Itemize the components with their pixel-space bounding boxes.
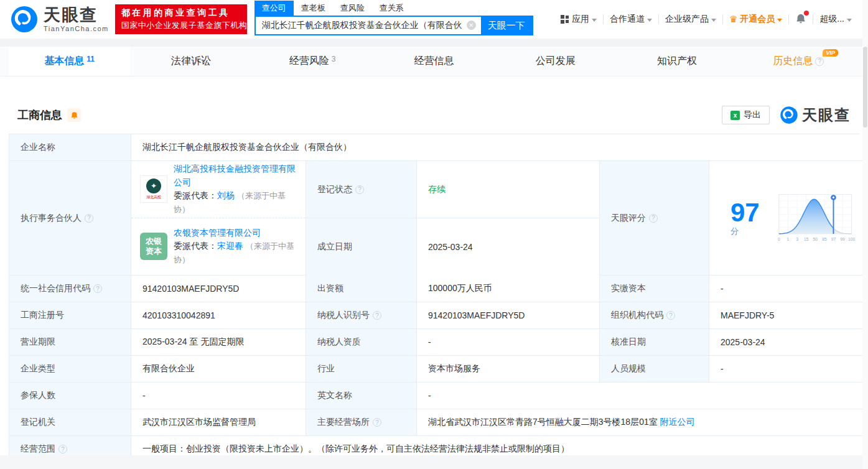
apps-grid-icon	[561, 15, 569, 24]
partner2-company-link[interactable]: 农银资本管理有限公司	[174, 228, 261, 238]
svg-text:97: 97	[831, 237, 836, 241]
menu-enterprise-label: 企业级产品	[665, 14, 709, 25]
svg-text:1: 1	[787, 237, 790, 241]
field-label-insured-count: 参保人数	[9, 383, 131, 409]
field-value-est-date: 2025-03-24	[417, 218, 600, 276]
search-button[interactable]: 天眼一下	[481, 17, 532, 34]
bottom-strip	[0, 455, 868, 469]
tianyancha-eye-icon	[780, 106, 798, 124]
export-label: 导出	[744, 109, 761, 121]
partner2-rep-link[interactable]: 宋迎春	[217, 241, 243, 251]
notification-dot	[804, 11, 809, 16]
help-icon[interactable]: ?	[373, 418, 381, 427]
tab-label: 历史信息	[773, 55, 813, 68]
partner2-logo[interactable]: 农银 资本	[140, 233, 167, 260]
field-value-reg-status: 存续	[417, 161, 600, 218]
tab-operating-risk[interactable]: 经营风险 3	[252, 47, 373, 76]
reg-status-value: 存续	[428, 184, 446, 195]
field-label-executive-partner: 执行事务合伙人 ?	[9, 161, 131, 276]
help-icon[interactable]: ?	[355, 185, 364, 194]
crown-icon: ♛	[729, 14, 737, 25]
tab-history-info[interactable]: 历史信息 ? VIP	[738, 47, 859, 76]
tab-legal[interactable]: 法律诉讼	[130, 47, 251, 76]
clear-search-icon[interactable]: ✕	[467, 21, 476, 30]
svg-text:99: 99	[841, 237, 846, 241]
field-label-contribution: 出资额	[306, 276, 417, 302]
brand-domain: TianYanCha.com	[44, 25, 109, 32]
business-info-table: 企业名称 湖北长江千帆企航股权投资基金合伙企业（有限合伙） 执行事务合伙人 ? …	[9, 134, 859, 463]
field-value-english-name: -	[417, 383, 867, 409]
field-label-staff-size: 人员规模	[600, 356, 709, 383]
score-unit: 分	[730, 226, 739, 236]
svg-text:15: 15	[804, 237, 809, 241]
tianyancha-logo[interactable]: 天眼查 TianYanCha.com	[10, 5, 109, 34]
help-icon[interactable]: ?	[85, 214, 93, 223]
menu-cooperation[interactable]: 合作通道	[604, 14, 658, 25]
field-value-taxpayer-qualification: -	[417, 329, 600, 356]
menu-vip[interactable]: ♛ 开通会员	[723, 14, 788, 25]
tab-label: 经营风险	[289, 55, 329, 68]
monitor-bell-button[interactable]	[67, 108, 81, 122]
rep-label: 委派代表：	[174, 190, 217, 200]
field-value-paid-capital: -	[709, 276, 867, 302]
chevron-down-icon	[777, 19, 782, 22]
field-label-business-term: 营业期限	[9, 329, 131, 356]
help-icon[interactable]: ?	[93, 284, 102, 293]
address-text: 湖北省武汉市江汉区常青路7号恒融大厦二期3号楼18层01室	[428, 417, 658, 428]
label-text: 统一社会信用代码	[21, 283, 90, 294]
field-label-taxpayer-id: 纳税人识别号 ?	[306, 302, 417, 329]
tab-label: 知识产权	[657, 55, 697, 68]
chevron-down-icon	[592, 19, 597, 22]
label-text: 组织机构代码	[611, 310, 663, 321]
notification-bell[interactable]	[789, 13, 813, 26]
tab-count: 11	[86, 55, 95, 63]
promo-line2: 国家中小企业发展子基金旗下机构	[121, 20, 241, 31]
tab-count: 3	[332, 55, 336, 63]
menu-apps[interactable]: 应用	[554, 14, 603, 25]
help-icon[interactable]: ?	[649, 214, 658, 223]
scrollbar-track[interactable]	[862, 0, 868, 469]
field-value-company-type: 有限合伙企业	[131, 356, 306, 383]
help-icon[interactable]: ?	[666, 311, 675, 320]
tab-basic-info[interactable]: 基本信息 11	[9, 47, 130, 76]
field-label-credit-code: 统一社会信用代码 ?	[9, 276, 131, 302]
field-value-tyc-score: 97 分 0 1	[709, 161, 867, 276]
field-value-insured-count: -	[131, 383, 306, 409]
search-tab-risk[interactable]: 查风险	[333, 1, 372, 16]
search-tab-relation[interactable]: 查关系	[372, 1, 411, 16]
search-tab-boss[interactable]: 查老板	[294, 1, 333, 16]
partner1-company-link[interactable]: 湖北高投科技金融投资管理有限公司	[174, 164, 296, 187]
partner1-logo[interactable]: ✦ 湖北高投	[140, 175, 167, 203]
field-label-taxpayer-qualification: 纳税人资质	[306, 329, 417, 356]
score-distribution-chart: 0 1 3 15 50 85 97 99 100	[777, 190, 855, 247]
excel-icon: x	[730, 111, 740, 120]
nearby-companies-link[interactable]: 附近公司	[660, 417, 695, 428]
label-text: 主要经营场所	[317, 417, 370, 428]
help-icon[interactable]: ?	[373, 311, 381, 320]
bell-icon	[70, 111, 78, 119]
score-number: 97	[730, 198, 760, 227]
search-input[interactable]	[256, 17, 481, 34]
menu-enterprise[interactable]: 企业级产品	[659, 14, 722, 25]
field-value-contribution: 100000万人民币	[417, 276, 600, 302]
tab-business-info[interactable]: 经营信息	[373, 47, 495, 76]
tab-label: 法律诉讼	[171, 55, 211, 68]
tab-intellectual-property[interactable]: 知识产权	[616, 47, 737, 76]
menu-super-vip[interactable]: 超级...	[813, 14, 858, 25]
help-icon[interactable]: ?	[58, 445, 67, 453]
field-label-tyc-score: 天眼评分 ?	[600, 161, 709, 276]
partner1-rep-link[interactable]: 刘杨	[217, 190, 235, 200]
partner-entry: 农银 资本 农银资本管理有限公司 委派代表：宋迎春 （来源于中基协）	[131, 218, 306, 276]
tab-company-development[interactable]: 公司发展	[495, 47, 616, 76]
tab-label: 公司发展	[536, 55, 576, 68]
watermark-text: 天眼查	[802, 105, 851, 125]
scrollbar-thumb[interactable]	[863, 47, 867, 128]
help-icon[interactable]: ?	[815, 57, 824, 66]
top-menu: 应用 合作通道 企业级产品 ♛ 开通会员 超级...	[554, 13, 858, 26]
search-tab-company[interactable]: 查公司	[254, 1, 294, 16]
field-label-company-type: 企业类型	[9, 356, 131, 383]
partner-entry: ✦ 湖北高投 湖北高投科技金融投资管理有限公司 委派代表：刘杨 （来源于中基协）	[131, 161, 306, 218]
export-button[interactable]: x 导出	[722, 106, 770, 124]
field-label-company-name: 企业名称	[9, 134, 131, 161]
header-divider-strip	[0, 39, 868, 47]
